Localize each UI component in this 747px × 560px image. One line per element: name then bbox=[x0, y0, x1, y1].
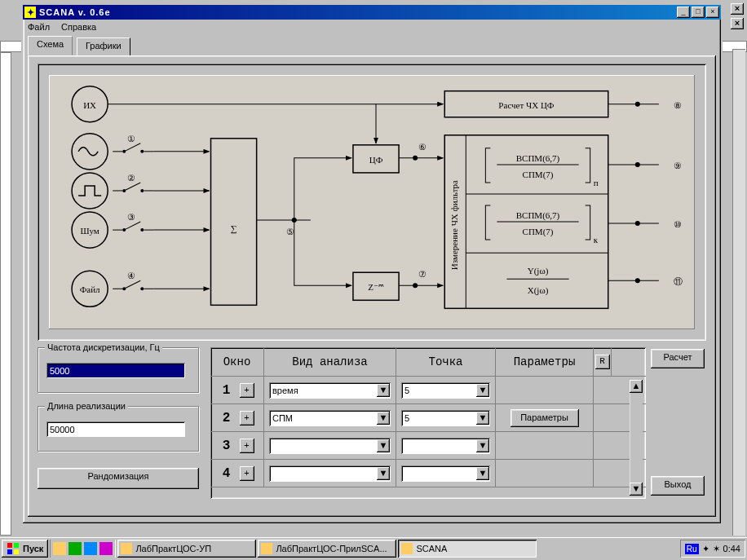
svg-text:к: к bbox=[594, 235, 599, 245]
grid-row: 4+▼▼ bbox=[210, 460, 646, 487]
len-groupbox: Длина реализации bbox=[38, 406, 199, 452]
ql-icon[interactable] bbox=[99, 542, 113, 555]
dropdown-icon[interactable]: ▼ bbox=[476, 384, 489, 397]
svg-rect-70 bbox=[7, 549, 12, 554]
svg-text:⑪: ⑪ bbox=[674, 276, 683, 286]
dropdown-icon[interactable]: ▼ bbox=[377, 412, 390, 425]
svg-rect-68 bbox=[7, 543, 12, 548]
dropdown-icon[interactable]: ▼ bbox=[377, 467, 390, 480]
svg-text:СПМ(7): СПМ(7) bbox=[523, 227, 554, 237]
svg-text:Файл: Файл bbox=[80, 284, 100, 294]
ql-icon[interactable] bbox=[53, 542, 66, 555]
hdr-okno: Окно bbox=[210, 347, 264, 376]
svg-text:∑: ∑ bbox=[231, 223, 237, 234]
start-button[interactable]: Пуск bbox=[2, 540, 48, 558]
app-icon: ✦ bbox=[24, 7, 36, 18]
taskbar-item[interactable]: ЛабПрактЦОС-УП bbox=[117, 540, 256, 558]
scroll-down-icon[interactable]: ▼ bbox=[630, 483, 643, 496]
freq-legend: Частота дискретизации, Гц bbox=[45, 342, 162, 352]
vid-combo[interactable]: ▼ bbox=[269, 465, 391, 482]
svg-text:⑧: ⑧ bbox=[674, 100, 682, 110]
ql-icon[interactable] bbox=[84, 542, 97, 555]
taskbar-item[interactable]: SCANA bbox=[398, 540, 537, 558]
windows-logo-icon bbox=[7, 542, 20, 555]
tochka-combo[interactable]: 5▼ bbox=[401, 382, 490, 399]
analysis-grid: Окно Вид анализа Точка Параметры R 1+вре… bbox=[210, 347, 646, 499]
grid-scrollbar[interactable]: ▲ ▼ bbox=[630, 380, 643, 496]
vid-combo[interactable]: время▼ bbox=[269, 382, 391, 399]
vid-combo[interactable]: ▼ bbox=[269, 438, 391, 454]
row-number: 3 bbox=[217, 439, 236, 453]
randomize-button[interactable]: Рандомизация bbox=[38, 468, 199, 489]
tab-scheme[interactable]: Схема bbox=[28, 36, 73, 55]
svg-text:④: ④ bbox=[127, 271, 135, 280]
svg-text:Шум: Шум bbox=[80, 226, 99, 236]
expand-button[interactable]: + bbox=[240, 411, 254, 426]
tochka-combo[interactable]: ▼ bbox=[401, 465, 490, 482]
dropdown-icon[interactable]: ▼ bbox=[476, 467, 489, 480]
dropdown-icon[interactable]: ▼ bbox=[377, 384, 390, 397]
dropdown-icon[interactable]: ▼ bbox=[476, 439, 489, 452]
tab-graphs[interactable]: Графики bbox=[77, 37, 130, 55]
taskbar-item[interactable]: ЛабПрактЦОС-ПрилSCA... bbox=[258, 540, 396, 558]
expand-button[interactable]: + bbox=[240, 439, 254, 453]
row-number: 2 bbox=[217, 411, 236, 426]
window-title: SCANA v. 0.6e bbox=[39, 7, 675, 17]
dropdown-icon[interactable]: ▼ bbox=[377, 439, 390, 452]
tray-icon[interactable]: ✦ bbox=[702, 544, 709, 554]
calc-button[interactable]: Расчет bbox=[651, 349, 705, 368]
svg-text:Z⁻ᵐ: Z⁻ᵐ bbox=[368, 282, 384, 292]
r-button[interactable]: R bbox=[595, 355, 610, 369]
svg-text:Y(jω): Y(jω) bbox=[528, 266, 549, 276]
svg-text:②: ② bbox=[127, 173, 135, 183]
minimize-button[interactable]: _ bbox=[677, 7, 690, 18]
bg-close-icon[interactable]: × bbox=[731, 3, 744, 15]
freq-input[interactable] bbox=[46, 363, 185, 378]
menu-file[interactable]: Файл bbox=[28, 22, 50, 32]
system-tray: Ru ✦ ✶ 0:44 bbox=[680, 540, 745, 558]
svg-text:⑥: ⑥ bbox=[418, 142, 427, 152]
expand-button[interactable]: + bbox=[240, 466, 254, 481]
svg-point-60 bbox=[635, 162, 640, 167]
svg-text:ИХ: ИХ bbox=[83, 100, 96, 110]
grid-header: Окно Вид анализа Точка Параметры R bbox=[210, 347, 646, 377]
scroll-up-icon[interactable]: ▲ bbox=[630, 380, 643, 393]
lang-indicator[interactable]: Ru bbox=[685, 544, 699, 554]
clock: 0:44 bbox=[723, 544, 740, 553]
svg-text:СПМ(7): СПМ(7) bbox=[523, 170, 554, 180]
block-diagram: ИХ Расчет ЧХ ЦФ ⑧ ① bbox=[49, 75, 695, 329]
grid-row: 2+СПМ▼5▼Параметры bbox=[210, 404, 646, 432]
dropdown-icon[interactable]: ▼ bbox=[476, 412, 489, 425]
grid-row: 3+▼▼ bbox=[210, 432, 646, 460]
tray-icon[interactable]: ✶ bbox=[713, 544, 720, 554]
vid-combo[interactable]: СПМ▼ bbox=[269, 410, 391, 426]
len-legend: Длина реализации bbox=[45, 401, 128, 411]
row-number: 1 bbox=[217, 383, 236, 398]
diagram-panel: ИХ Расчет ЧХ ЦФ ⑧ ① bbox=[38, 64, 706, 341]
taskbar-app-icon bbox=[121, 543, 132, 554]
maximize-button[interactable]: □ bbox=[692, 7, 705, 18]
bg-close-icon[interactable]: × bbox=[731, 18, 744, 29]
tochka-combo[interactable]: ▼ bbox=[401, 438, 490, 454]
quick-launch bbox=[50, 540, 116, 558]
freq-groupbox: Частота дискретизации, Гц bbox=[38, 347, 199, 393]
expand-button[interactable]: + bbox=[240, 383, 254, 398]
bg-scrollbar[interactable] bbox=[732, 49, 745, 536]
row-number: 4 bbox=[217, 466, 236, 481]
ql-icon[interactable] bbox=[69, 542, 82, 555]
close-button[interactable]: × bbox=[706, 7, 719, 18]
len-input[interactable] bbox=[46, 421, 185, 437]
titlebar[interactable]: ✦ SCANA v. 0.6e _ □ × bbox=[23, 5, 721, 20]
svg-text:X(jω): X(jω) bbox=[528, 285, 549, 296]
exit-button[interactable]: Выход bbox=[651, 476, 705, 496]
params-button[interactable]: Параметры bbox=[511, 409, 579, 427]
svg-text:ЦФ: ЦФ bbox=[369, 155, 383, 165]
svg-text:③: ③ bbox=[127, 212, 135, 222]
svg-rect-28 bbox=[211, 139, 257, 306]
svg-point-36 bbox=[413, 156, 418, 161]
svg-text:⑨: ⑨ bbox=[674, 161, 682, 170]
taskbar-app-icon bbox=[401, 543, 413, 554]
menu-help[interactable]: Справка bbox=[61, 22, 96, 32]
tochka-combo[interactable]: 5▼ bbox=[401, 410, 490, 426]
hdr-vid: Вид анализа bbox=[264, 347, 396, 376]
